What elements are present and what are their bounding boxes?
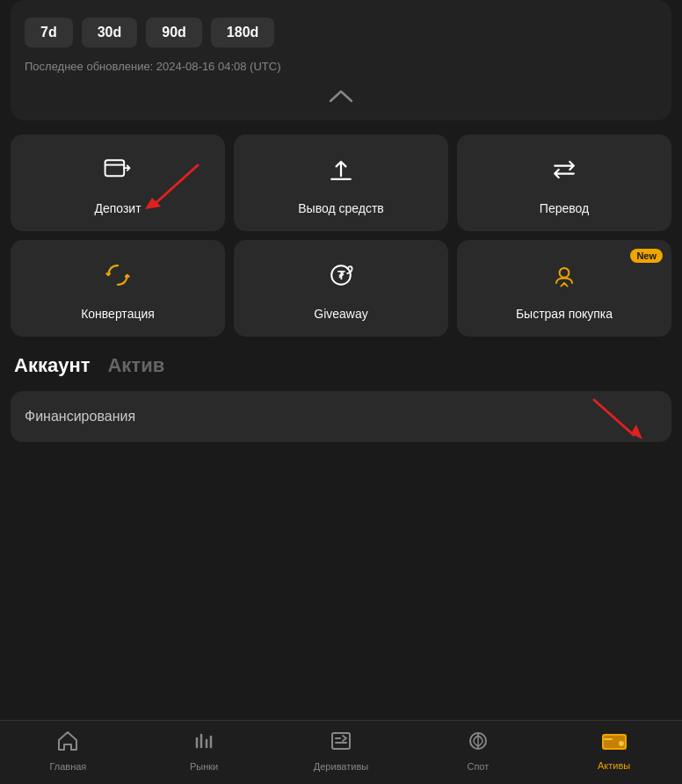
nav-spot[interactable]: Спот xyxy=(452,730,504,772)
assets-nav-label: Активы xyxy=(598,760,630,771)
deposit-label: Депозит xyxy=(94,201,141,215)
svg-rect-20 xyxy=(604,738,613,740)
spot-icon xyxy=(467,730,490,758)
quick-buy-button[interactable]: New Быстрая покупка xyxy=(457,240,671,337)
home-nav-label: Главная xyxy=(49,761,86,772)
tab-account[interactable]: Аккаунт xyxy=(14,354,90,377)
markets-nav-label: Рынки xyxy=(190,761,218,772)
tab-asset[interactable]: Актив xyxy=(107,354,164,377)
quick-buy-label: Быстрая покупка xyxy=(516,307,613,321)
time-filters: 7d 30d 90d 180d xyxy=(25,18,657,47)
convert-label: Конвертация xyxy=(81,307,155,321)
nav-home[interactable]: Главная xyxy=(41,730,94,772)
filter-180d[interactable]: 180d xyxy=(211,18,274,47)
financing-section: Финансирования xyxy=(11,391,671,442)
derivatives-icon xyxy=(330,730,352,758)
action-grid-wrapper: Депозит Вывод средств xyxy=(0,134,682,337)
nav-derivatives[interactable]: Деривативы xyxy=(314,730,368,772)
svg-text:₮: ₮ xyxy=(337,270,345,282)
action-grid: Депозит Вывод средств xyxy=(11,134,671,337)
spot-nav-label: Спот xyxy=(467,761,489,772)
filter-30d[interactable]: 30d xyxy=(82,18,138,47)
filter-7d[interactable]: 7d xyxy=(25,18,73,47)
nav-assets[interactable]: Активы xyxy=(588,730,641,771)
giveaway-icon: ₮ xyxy=(325,259,357,298)
markets-icon xyxy=(192,730,215,758)
quick-buy-icon xyxy=(548,259,580,298)
deposit-button[interactable]: Депозит xyxy=(11,134,225,231)
convert-button[interactable]: Конвертация xyxy=(11,240,225,337)
collapse-chevron[interactable] xyxy=(25,85,657,106)
bottom-navigation: Главная Рынки Деривативы xyxy=(0,720,682,784)
financing-wrapper: Финансирования xyxy=(0,391,682,442)
deposit-icon xyxy=(102,154,134,192)
last-update-text: Последнее обновление: 2024-08-16 04:08 (… xyxy=(25,60,657,73)
top-section: 7d 30d 90d 180d Последнее обновление: 20… xyxy=(11,0,671,120)
svg-point-19 xyxy=(619,741,624,746)
nav-markets[interactable]: Рынки xyxy=(178,730,230,772)
withdraw-icon xyxy=(325,154,357,192)
svg-point-5 xyxy=(560,268,570,278)
svg-rect-12 xyxy=(332,733,350,749)
transfer-button[interactable]: Перевод xyxy=(457,134,671,231)
financing-title: Финансирования xyxy=(25,409,135,424)
giveaway-label: Giveaway xyxy=(314,307,367,321)
filter-90d[interactable]: 90d xyxy=(146,18,202,47)
home-icon xyxy=(56,730,79,758)
account-tabs: Аккаунт Актив xyxy=(14,354,668,377)
withdraw-button[interactable]: Вывод средств xyxy=(234,134,448,231)
transfer-label: Перевод xyxy=(540,201,589,215)
giveaway-button[interactable]: ₮ Giveaway xyxy=(234,240,448,337)
assets-icon xyxy=(601,730,628,757)
convert-icon xyxy=(102,259,134,298)
transfer-icon xyxy=(548,154,580,192)
new-badge: New xyxy=(630,249,663,263)
derivatives-nav-label: Деривативы xyxy=(314,761,368,772)
withdraw-label: Вывод средств xyxy=(298,201,384,215)
svg-rect-2 xyxy=(105,160,125,176)
